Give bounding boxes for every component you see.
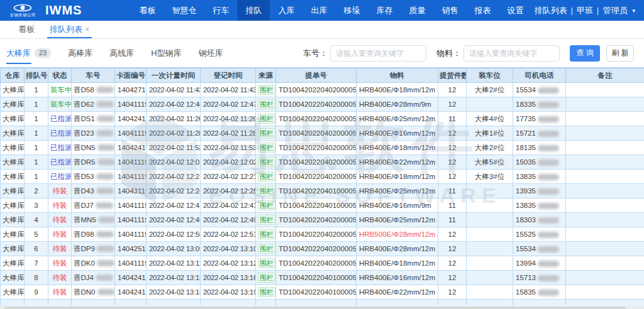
query-button[interactable]: 查 询 <box>570 45 600 62</box>
nav-item-8[interactable]: 库存 <box>368 0 401 21</box>
tab-2[interactable]: 排队列表× <box>47 21 92 38</box>
cell-source: 围栏 <box>256 141 276 155</box>
warehouse-tab-1[interactable]: 大棒库23 <box>6 48 51 59</box>
table-row[interactable]: 大棒库1已指派晋D53140411192022-04-02 12:212022-… <box>1 170 644 184</box>
cell-register_time: 2022-04-02 12:49 <box>201 213 256 227</box>
plate-prefix: 晋DK0 <box>74 259 95 267</box>
redacted-phone <box>538 275 559 281</box>
table-row[interactable]: 大棒库5待装晋D98140411192022-04-02 12:502022-0… <box>1 227 644 242</box>
cell-source: 围栏 <box>256 155 276 170</box>
table-row[interactable]: 大棒库1已指派晋D23140411192022-04-02 11:282022-… <box>1 126 644 141</box>
table-row[interactable]: 大棒库1已指派晋DR5140411192022-04-02 12:022022-… <box>1 155 644 170</box>
cell-warehouse: 大棒库 <box>1 97 25 112</box>
table-row[interactable]: 大棒库4待装晋MN5140411192022-04-02 12:492022-0… <box>1 213 644 227</box>
cell-warehouse: 大棒库 <box>1 126 25 141</box>
warehouse-tab-4[interactable]: H型钢库 <box>151 48 181 59</box>
redacted-plate <box>96 188 114 194</box>
horizontal-scrollbar[interactable] <box>0 306 644 309</box>
cell-phone: 15035 <box>513 155 566 170</box>
cell-dock <box>467 184 513 198</box>
nav-item-6[interactable]: 出库 <box>303 0 335 21</box>
cell-remark <box>566 112 644 126</box>
scrollbar-thumb[interactable] <box>4 306 626 309</box>
phone-prefix: 18303 <box>516 216 536 224</box>
plate-prefix: 晋D43 <box>74 187 94 195</box>
cell-phone: 15721 <box>513 126 566 141</box>
column-header: 提单号 <box>276 68 357 83</box>
table-row[interactable]: 大棒库1装车中晋D62140411192022-04-02 12:462022-… <box>1 97 644 112</box>
cell-qty: 12 <box>438 155 467 170</box>
cell-qty: 12 <box>438 170 467 184</box>
phone-prefix: 13935 <box>516 187 536 195</box>
close-tab-icon[interactable]: × <box>85 25 89 34</box>
tab-label: 排队列表 <box>50 24 82 35</box>
tab-label: 看板 <box>18 24 35 35</box>
user-area[interactable]: 排队列表 | 甲班 | 管理员 ▾ <box>535 5 635 16</box>
nav-item-5[interactable]: 入库 <box>270 0 303 21</box>
cell-plate: 晋D98 <box>72 227 115 242</box>
nav-item-3[interactable]: 行车 <box>204 0 237 21</box>
globe-orbit-icon <box>13 3 32 13</box>
warehouse-tab-5[interactable]: 钢坯库 <box>199 48 223 59</box>
nav-item-4[interactable]: 排队 <box>237 0 270 21</box>
cell-status: 待装 <box>48 256 72 271</box>
chevron-down-icon[interactable]: ▾ <box>632 8 635 14</box>
material-input[interactable] <box>464 45 560 62</box>
nav-item-10[interactable]: 销售 <box>433 0 466 21</box>
column-header: 登记时间 <box>201 68 256 83</box>
redacted-plate <box>96 173 114 180</box>
cell-queue_no: 9 <box>25 285 48 300</box>
cell-status: 待装 <box>48 184 72 198</box>
refresh-button[interactable]: 刷 新 <box>606 45 634 62</box>
cell-remark <box>566 256 644 271</box>
nav-item-11[interactable]: 报表 <box>466 0 499 21</box>
cell-bill_no: TD10042022040200005319 <box>276 141 357 155</box>
cell-material: HRB400E/Φ18mm/12m <box>357 256 438 271</box>
source-tag: 围栏 <box>258 171 275 182</box>
table-row[interactable]: 大棒库6待装晋DP9140425192022-04-02 13:092022-0… <box>1 242 644 256</box>
cell-queue_no: 2 <box>25 184 48 198</box>
cell-weigh_time: 2022-04-02 11:53 <box>147 141 201 155</box>
cell-status: 装车中 <box>48 97 72 112</box>
table-row[interactable]: 大棒库1已指派晋DS1140424192022-04-02 11:262022-… <box>1 112 644 126</box>
nav-item-7[interactable]: 移垛 <box>335 0 368 21</box>
cell-plate: 晋DK0 <box>72 256 115 271</box>
redacted-phone <box>538 87 559 94</box>
cell-qty: 12 <box>438 141 467 155</box>
table-row[interactable]: 大棒库9待装晋DN0140424192022-04-02 13:182022-0… <box>1 285 644 300</box>
cell-queue_no: 1 <box>25 155 48 170</box>
cell-qty: 11 <box>438 184 467 198</box>
table-row[interactable]: 大棒库8待装晋DJ4140424192022-04-02 13:152022-0… <box>1 271 644 285</box>
cell-status: 已指派 <box>48 112 72 126</box>
cell-source: 围栏 <box>256 242 276 256</box>
vehicle-no-input[interactable] <box>330 45 426 62</box>
cell-plate: 晋DP9 <box>72 242 115 256</box>
redacted-phone <box>538 102 559 108</box>
cell-qty: 11 <box>438 213 467 227</box>
cell-register_time: 2022-04-02 11:53 <box>201 141 256 155</box>
cell-bill_no: TD10042022040200005319 <box>276 126 357 141</box>
nav-item-2[interactable]: 智慧仓 <box>164 0 204 21</box>
cell-remark <box>566 227 644 242</box>
redacted-plate <box>96 274 113 281</box>
column-header: 一次计量时间 <box>147 68 201 83</box>
table-row[interactable]: 大棒库3待装晋DJ7140411192022-04-02 12:412022-0… <box>1 198 644 213</box>
cell-card_no: 14042419 <box>115 285 147 300</box>
nav-item-1[interactable]: 看板 <box>131 0 164 21</box>
cell-phone: 13835 <box>513 198 566 213</box>
source-tag: 围栏 <box>258 99 275 109</box>
nav-item-12[interactable]: 设置 <box>499 0 531 21</box>
cell-card_no: 14041119 <box>115 97 147 112</box>
tab-1[interactable]: 看板 <box>16 21 37 38</box>
table-row[interactable]: 大棒库1装车中晋D58140427192022-04-02 11:432022-… <box>1 83 644 97</box>
table-row[interactable]: 大棒库2待装晋D43140431192022-04-02 12:242022-0… <box>1 184 644 198</box>
table-body: 大棒库1装车中晋D58140427192022-04-02 11:432022-… <box>1 83 644 309</box>
cell-qty: 12 <box>438 227 467 242</box>
plate-prefix: 晋DJ7 <box>74 202 94 209</box>
warehouse-tab-3[interactable]: 高线库 <box>109 48 134 59</box>
warehouse-tab-2[interactable]: 高棒库 <box>68 48 92 59</box>
nav-item-9[interactable]: 质量 <box>401 0 433 21</box>
table-row[interactable]: 大棒库1已指派晋DN5140424192022-04-02 11:532022-… <box>1 141 644 155</box>
table-row[interactable]: 大棒库7待装晋DK0140411192022-04-02 13:112022-0… <box>1 256 644 271</box>
user-role-menu[interactable]: 管理员 <box>602 5 627 16</box>
